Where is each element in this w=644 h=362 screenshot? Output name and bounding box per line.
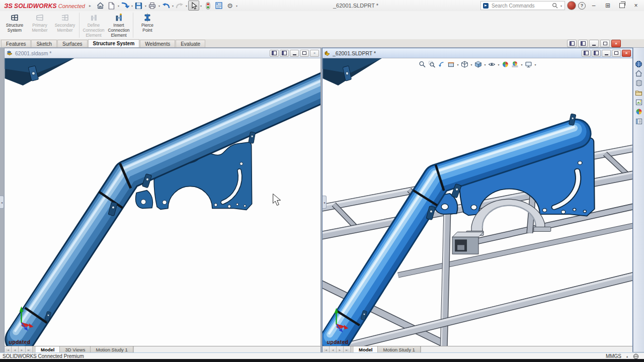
tile-horizontal-button[interactable] [582,50,591,57]
custom-properties-button[interactable] [634,117,643,125]
tile-horizontal-button[interactable] [567,40,577,47]
appearances-scenes-button[interactable] [634,108,643,116]
search-input[interactable] [491,3,550,9]
3dexperience-resources-button[interactable] [634,60,643,68]
new-dropdown-icon[interactable]: ▾ [118,4,119,8]
settings-dropdown-icon[interactable]: ▾ [236,4,237,8]
menu-flyout-icon[interactable]: ▸ [89,4,91,8]
orientation-dropdown-icon[interactable]: ▾ [470,63,472,66]
part-window-titlebar[interactable]: _62001.SLDPRT * × [323,48,632,58]
view-settings-dropdown-icon[interactable]: ▾ [535,63,536,66]
part-window-title: _62001.SLDPRT * [333,50,580,56]
assembly-3d-scene[interactable]: updated [5,58,320,346]
view-orientation-button[interactable] [460,60,468,68]
apply-scene-button[interactable] [511,60,519,68]
heads-up-view-toolbar: ▾ ▾ ▾ ▾ [418,60,536,69]
tab-evaluate[interactable]: Evaluate [176,40,205,47]
user-avatar[interactable] [567,1,576,10]
structure-system-icon [10,13,19,23]
settings-button[interactable]: ⚙ [225,1,235,10]
mdi-restore-button[interactable] [600,40,610,47]
ribbon-separator [133,13,133,38]
window-close-button[interactable]: × [622,50,631,57]
display-style-dropdown-icon[interactable]: ▾ [484,63,486,66]
tab-sketch[interactable]: Sketch [31,40,57,47]
tab-structure-system[interactable]: Structure System [88,39,140,47]
undo-icon [162,3,170,9]
featuremanager-collapse-handle-right[interactable]: ◂ [323,196,327,209]
window-close-button[interactable]: × [310,50,319,57]
window-minimize-button[interactable] [290,50,299,57]
zoom-to-fit-button[interactable] [418,60,426,68]
print-button[interactable] [147,1,157,10]
select-dropdown-icon[interactable]: ▾ [200,4,202,8]
search-scope-icon[interactable] [483,3,489,9]
tile-icon [581,41,586,46]
display-style-button[interactable] [474,60,482,68]
undo-button[interactable] [161,1,171,10]
tab-surfaces[interactable]: Surfaces [57,40,87,47]
save-button[interactable] [134,1,144,10]
restore-icon [614,51,618,55]
mdi-close-button[interactable]: × [611,40,621,47]
open-button[interactable] [120,1,130,10]
tile-icon [272,51,277,55]
structure-system-button[interactable]: Structure System [2,11,27,39]
scene-dropdown-icon[interactable]: ▾ [521,63,523,66]
search-icon[interactable] [552,3,558,9]
pierce-point-button[interactable]: Pierce Point [135,11,160,39]
save-dropdown-icon[interactable]: ▾ [145,4,146,8]
minimize-icon [293,51,296,55]
search-box[interactable]: ▾ [480,1,565,10]
tile-vertical-button[interactable] [578,40,588,47]
window-restore-button[interactable] [612,50,621,57]
zoom-to-area-button[interactable] [428,60,436,68]
window-minimize-button[interactable] [602,50,611,57]
home-button[interactable] [96,1,106,10]
pierce-point-icon [143,13,152,23]
tile-vertical-button[interactable] [280,50,289,57]
custom-properties-icon [635,118,642,125]
print-dropdown-icon[interactable]: ▾ [158,4,160,8]
assembly-window-titlebar[interactable]: 62001.sldasm * × [5,48,320,58]
part-3d-scene[interactable]: updated [323,58,632,346]
search-dropdown-icon[interactable]: ▾ [560,4,562,8]
view-settings-button[interactable] [525,60,533,68]
app-minimize-button[interactable]: – [588,1,600,11]
roll-cage-tube[interactable] [330,127,577,342]
solidworks-resources-button[interactable] [634,69,643,77]
section-dropdown-icon[interactable]: ▾ [457,63,458,66]
section-view-button[interactable] [447,60,455,68]
units-dropdown-icon[interactable]: ▴ [626,354,628,358]
tile-vertical-button[interactable] [592,50,601,57]
edit-appearance-button[interactable] [502,60,510,68]
hide-show-dropdown-icon[interactable]: ▾ [498,63,500,66]
lifecycle-status-button[interactable] [203,1,213,10]
status-globe-icon[interactable] [633,353,639,359]
file-explorer-button[interactable] [634,88,643,97]
help-button[interactable]: ? [578,2,586,10]
design-library-button[interactable] [634,79,643,87]
tile-horizontal-button[interactable] [270,50,279,57]
assembly-viewport[interactable]: updated [5,58,320,346]
tab-features[interactable]: Features [1,40,31,47]
new-document-button[interactable] [107,1,117,10]
insert-connection-element-button[interactable]: Insert Connection Element [106,11,131,39]
featuremanager-collapse-handle-left[interactable]: ◂ [0,196,4,209]
tab-weldments[interactable]: Weldments [140,40,175,47]
mdi-minimize-button[interactable] [589,40,599,47]
app-close-button[interactable]: × [630,1,642,11]
select-tool-button[interactable] [188,1,199,11]
update-overlay-text: updated [327,339,349,345]
app-restore-button[interactable] [616,1,628,11]
units-label[interactable]: MMGS [606,353,621,359]
window-restore-button[interactable] [300,50,309,57]
view-palette-button[interactable] [634,98,643,106]
hide-show-items-button[interactable] [488,60,496,68]
open-dropdown-icon[interactable]: ▾ [131,4,133,8]
undo-dropdown-icon[interactable]: ▾ [172,4,174,8]
part-viewport[interactable]: updated ▾ [323,58,632,346]
previous-view-button[interactable] [437,60,445,68]
app-tile-button[interactable]: ⊞ [602,1,614,11]
list-panel-button[interactable] [214,1,224,10]
